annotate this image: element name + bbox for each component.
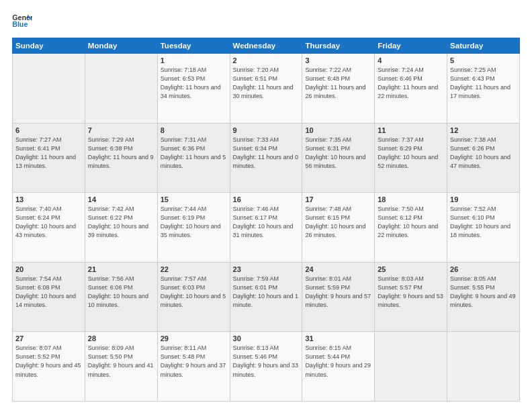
weekday-header-thursday: Thursday (302, 38, 375, 54)
svg-text:Blue: Blue (12, 20, 28, 28)
day-cell: 15Sunrise: 7:44 AM Sunset: 6:19 PM Dayli… (157, 193, 230, 263)
day-cell: 4Sunrise: 7:24 AM Sunset: 6:46 PM Daylig… (375, 54, 447, 124)
day-number: 22 (161, 265, 227, 273)
day-detail: Sunrise: 7:22 AM Sunset: 6:48 PM Dayligh… (305, 66, 371, 101)
day-cell: 19Sunrise: 7:52 AM Sunset: 6:10 PM Dayli… (447, 193, 520, 263)
week-row-3: 13Sunrise: 7:40 AM Sunset: 6:24 PM Dayli… (13, 193, 520, 263)
week-row-4: 20Sunrise: 7:54 AM Sunset: 6:08 PM Dayli… (13, 262, 520, 332)
day-number: 30 (233, 334, 300, 342)
day-number: 6 (15, 126, 82, 134)
day-cell: 12Sunrise: 7:38 AM Sunset: 6:26 PM Dayli… (447, 123, 520, 193)
day-cell: 11Sunrise: 7:37 AM Sunset: 6:29 PM Dayli… (375, 123, 447, 193)
week-row-2: 6Sunrise: 7:27 AM Sunset: 6:41 PM Daylig… (13, 123, 520, 193)
day-number: 29 (161, 334, 227, 342)
day-cell: 9Sunrise: 7:33 AM Sunset: 6:34 PM Daylig… (230, 123, 302, 193)
day-number: 3 (305, 56, 371, 64)
weekday-header-sunday: Sunday (13, 38, 85, 54)
day-cell: 3Sunrise: 7:22 AM Sunset: 6:48 PM Daylig… (302, 54, 375, 124)
day-detail: Sunrise: 7:18 AM Sunset: 6:53 PM Dayligh… (161, 66, 227, 101)
day-detail: Sunrise: 7:31 AM Sunset: 6:36 PM Dayligh… (161, 136, 227, 171)
day-number: 31 (305, 334, 371, 342)
day-detail: Sunrise: 7:29 AM Sunset: 6:38 PM Dayligh… (88, 136, 154, 171)
day-number: 26 (450, 265, 517, 273)
day-cell: 21Sunrise: 7:56 AM Sunset: 6:06 PM Dayli… (85, 262, 157, 332)
day-cell (13, 54, 85, 124)
weekday-header-tuesday: Tuesday (157, 38, 230, 54)
day-cell: 30Sunrise: 8:13 AM Sunset: 5:46 PM Dayli… (230, 332, 302, 402)
day-detail: Sunrise: 8:09 AM Sunset: 5:50 PM Dayligh… (88, 344, 154, 379)
day-number: 15 (161, 195, 227, 203)
day-detail: Sunrise: 7:33 AM Sunset: 6:34 PM Dayligh… (233, 136, 300, 171)
day-detail: Sunrise: 8:03 AM Sunset: 5:57 PM Dayligh… (378, 275, 444, 310)
day-detail: Sunrise: 7:56 AM Sunset: 6:06 PM Dayligh… (88, 275, 154, 310)
day-detail: Sunrise: 8:13 AM Sunset: 5:46 PM Dayligh… (233, 344, 300, 379)
day-number: 25 (378, 265, 444, 273)
weekday-header-friday: Friday (375, 38, 447, 54)
day-cell: 27Sunrise: 8:07 AM Sunset: 5:52 PM Dayli… (13, 332, 85, 402)
day-cell: 6Sunrise: 7:27 AM Sunset: 6:41 PM Daylig… (13, 123, 85, 193)
day-cell: 22Sunrise: 7:57 AM Sunset: 6:03 PM Dayli… (157, 262, 230, 332)
day-number: 9 (233, 126, 300, 134)
day-cell: 2Sunrise: 7:20 AM Sunset: 6:51 PM Daylig… (230, 54, 302, 124)
day-cell: 28Sunrise: 8:09 AM Sunset: 5:50 PM Dayli… (85, 332, 157, 402)
day-cell: 8Sunrise: 7:31 AM Sunset: 6:36 PM Daylig… (157, 123, 230, 193)
header: General Blue (12, 12, 520, 31)
day-detail: Sunrise: 8:07 AM Sunset: 5:52 PM Dayligh… (15, 344, 82, 379)
day-number: 1 (161, 56, 227, 64)
day-detail: Sunrise: 7:57 AM Sunset: 6:03 PM Dayligh… (161, 275, 227, 310)
day-detail: Sunrise: 7:52 AM Sunset: 6:10 PM Dayligh… (450, 205, 517, 240)
day-cell: 20Sunrise: 7:54 AM Sunset: 6:08 PM Dayli… (13, 262, 85, 332)
day-detail: Sunrise: 7:35 AM Sunset: 6:31 PM Dayligh… (305, 136, 371, 171)
day-number: 27 (15, 334, 82, 342)
day-detail: Sunrise: 7:38 AM Sunset: 6:26 PM Dayligh… (450, 136, 517, 171)
day-number: 24 (305, 265, 371, 273)
day-detail: Sunrise: 7:20 AM Sunset: 6:51 PM Dayligh… (233, 66, 300, 101)
day-cell: 13Sunrise: 7:40 AM Sunset: 6:24 PM Dayli… (13, 193, 85, 263)
page: General Blue SundayMondayTuesdayWednesda… (0, 0, 532, 411)
day-detail: Sunrise: 7:50 AM Sunset: 6:12 PM Dayligh… (378, 205, 444, 240)
day-detail: Sunrise: 7:25 AM Sunset: 6:43 PM Dayligh… (450, 66, 517, 101)
day-number: 13 (15, 195, 82, 203)
day-number: 11 (378, 126, 444, 134)
day-number: 21 (88, 265, 154, 273)
week-row-1: 1Sunrise: 7:18 AM Sunset: 6:53 PM Daylig… (13, 54, 520, 124)
day-detail: Sunrise: 7:27 AM Sunset: 6:41 PM Dayligh… (15, 136, 82, 171)
day-detail: Sunrise: 7:59 AM Sunset: 6:01 PM Dayligh… (233, 275, 300, 310)
day-detail: Sunrise: 8:15 AM Sunset: 5:44 PM Dayligh… (305, 344, 371, 379)
day-cell: 5Sunrise: 7:25 AM Sunset: 6:43 PM Daylig… (447, 54, 520, 124)
day-cell: 29Sunrise: 8:11 AM Sunset: 5:48 PM Dayli… (157, 332, 230, 402)
day-detail: Sunrise: 7:46 AM Sunset: 6:17 PM Dayligh… (233, 205, 300, 240)
day-cell: 16Sunrise: 7:46 AM Sunset: 6:17 PM Dayli… (230, 193, 302, 263)
day-number: 20 (15, 265, 82, 273)
day-number: 17 (305, 195, 371, 203)
day-detail: Sunrise: 7:48 AM Sunset: 6:15 PM Dayligh… (305, 205, 371, 240)
logo-icon: General Blue (12, 12, 32, 31)
day-cell: 17Sunrise: 7:48 AM Sunset: 6:15 PM Dayli… (302, 193, 375, 263)
day-cell: 1Sunrise: 7:18 AM Sunset: 6:53 PM Daylig… (157, 54, 230, 124)
day-detail: Sunrise: 7:42 AM Sunset: 6:22 PM Dayligh… (88, 205, 154, 240)
day-number: 2 (233, 56, 300, 64)
weekday-header-wednesday: Wednesday (230, 38, 302, 54)
weekday-header-row: SundayMondayTuesdayWednesdayThursdayFrid… (13, 38, 520, 54)
day-cell: 25Sunrise: 8:03 AM Sunset: 5:57 PM Dayli… (375, 262, 447, 332)
day-detail: Sunrise: 8:05 AM Sunset: 5:55 PM Dayligh… (450, 275, 517, 310)
day-cell: 23Sunrise: 7:59 AM Sunset: 6:01 PM Dayli… (230, 262, 302, 332)
day-number: 12 (450, 126, 517, 134)
day-detail: Sunrise: 7:37 AM Sunset: 6:29 PM Dayligh… (378, 136, 444, 171)
day-cell (375, 332, 447, 402)
day-detail: Sunrise: 8:11 AM Sunset: 5:48 PM Dayligh… (161, 344, 227, 379)
day-number: 23 (233, 265, 300, 273)
weekday-header-monday: Monday (85, 38, 157, 54)
day-number: 16 (233, 195, 300, 203)
week-row-5: 27Sunrise: 8:07 AM Sunset: 5:52 PM Dayli… (13, 332, 520, 402)
day-number: 8 (161, 126, 227, 134)
day-cell: 14Sunrise: 7:42 AM Sunset: 6:22 PM Dayli… (85, 193, 157, 263)
day-detail: Sunrise: 7:44 AM Sunset: 6:19 PM Dayligh… (161, 205, 227, 240)
day-number: 7 (88, 126, 154, 134)
calendar-table: SundayMondayTuesdayWednesdayThursdayFrid… (12, 38, 520, 402)
day-cell: 10Sunrise: 7:35 AM Sunset: 6:31 PM Dayli… (302, 123, 375, 193)
day-number: 18 (378, 195, 444, 203)
logo: General Blue (12, 12, 32, 31)
day-number: 14 (88, 195, 154, 203)
day-detail: Sunrise: 7:40 AM Sunset: 6:24 PM Dayligh… (15, 205, 82, 240)
